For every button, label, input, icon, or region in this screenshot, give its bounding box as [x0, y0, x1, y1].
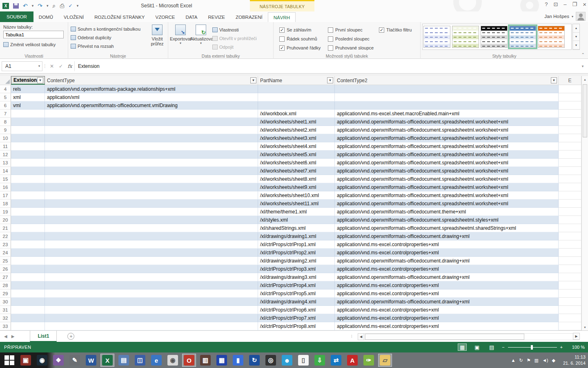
- help-button[interactable]: ?: [545, 1, 548, 7]
- row-number[interactable]: 7: [0, 110, 11, 118]
- row-number[interactable]: 17: [0, 191, 11, 200]
- horizontal-scroll-thumb[interactable]: [365, 334, 524, 340]
- checkbox-prvn-sloupec[interactable]: První sloupec: [328, 25, 379, 34]
- cell[interactable]: [258, 93, 335, 101]
- cell[interactable]: application/vnd.openxmlformats-officedoc…: [335, 126, 559, 134]
- cell[interactable]: [11, 208, 45, 216]
- select-all-corner[interactable]: [0, 76, 11, 85]
- cell[interactable]: [559, 289, 581, 298]
- cell[interactable]: [11, 265, 45, 273]
- pivot-summarize-button[interactable]: Souhrn s kontingenční tabulkou: [71, 25, 140, 33]
- cell[interactable]: [559, 101, 581, 110]
- app-2013-icon[interactable]: ◉: [35, 354, 49, 367]
- cell[interactable]: [559, 110, 581, 118]
- floppy-tool-icon[interactable]: ▦: [215, 354, 229, 367]
- cell[interactable]: [559, 322, 581, 330]
- checkbox-se-z-hlav-m[interactable]: ✓Se záhlavím: [279, 25, 327, 34]
- cell[interactable]: application/vnd.openxmlformats-officedoc…: [335, 257, 559, 265]
- cell[interactable]: xml: [11, 93, 45, 101]
- row-number[interactable]: 12: [0, 150, 11, 159]
- cell[interactable]: application/vnd.openxmlformats-officedoc…: [335, 224, 559, 232]
- cell[interactable]: application/vnd.ms-excel.controlproperti…: [335, 322, 559, 330]
- collapse-ribbon-icon[interactable]: ⌃: [581, 52, 585, 57]
- checkbox-posledn-sloupec[interactable]: Poslední sloupec: [328, 34, 379, 43]
- cell[interactable]: /xl/sharedStrings.xml: [258, 224, 335, 232]
- zoom-percentage[interactable]: 100 %: [568, 345, 585, 350]
- cell[interactable]: /xl/ctrlProps/ctrlProp7.xml: [258, 314, 335, 322]
- cell[interactable]: /xl/ctrlProps/ctrlProp3.xml: [258, 265, 335, 273]
- my-computer-icon[interactable]: ▣: [19, 354, 33, 367]
- cell[interactable]: application/vnd.ms-excel.controlproperti…: [335, 265, 559, 273]
- cell[interactable]: [45, 118, 258, 126]
- zoom-in-icon[interactable]: +: [560, 345, 563, 350]
- cell[interactable]: [45, 306, 258, 314]
- table-style-medium-orange[interactable]: [538, 26, 565, 48]
- filter-button-icon[interactable]: ▼: [37, 77, 43, 83]
- cell[interactable]: application/vnd.openxmlformats-officedoc…: [335, 200, 559, 208]
- cell[interactable]: [11, 167, 45, 175]
- filter-button-icon[interactable]: ▼: [551, 77, 557, 83]
- spelling-icon[interactable]: ✓: [69, 3, 73, 8]
- name-box[interactable]: A1 ▾: [2, 61, 42, 71]
- cell[interactable]: [11, 110, 45, 118]
- export-button[interactable]: ➘ Exportovat ▾: [170, 24, 191, 45]
- cell[interactable]: [45, 232, 258, 240]
- row-number[interactable]: 11: [0, 142, 11, 150]
- sheet-tab-list1[interactable]: List1: [30, 331, 57, 342]
- cell[interactable]: [45, 249, 258, 257]
- cell[interactable]: [45, 208, 258, 216]
- avatar[interactable]: [576, 12, 586, 21]
- row-number[interactable]: 5: [0, 93, 11, 101]
- tab-data[interactable]: DATA: [180, 12, 203, 22]
- insert-function-icon[interactable]: fx: [65, 63, 74, 69]
- cell[interactable]: [45, 175, 258, 183]
- tab-vlo-en-[interactable]: VLOŽENÍ: [58, 12, 89, 22]
- cell[interactable]: application/vnd.openxmlformats-officedoc…: [335, 175, 559, 183]
- expand-formula-bar-icon[interactable]: ▾: [579, 64, 586, 68]
- cancel-entry-icon[interactable]: ✕: [47, 63, 56, 69]
- cell[interactable]: /xl/worksheets/sheet8.xml: [258, 175, 335, 183]
- cell[interactable]: application/vnd.ms-excel.controlproperti…: [335, 289, 559, 298]
- cell[interactable]: [45, 314, 258, 322]
- table-properties-button[interactable]: Vlastnosti: [212, 25, 257, 34]
- cell[interactable]: [11, 249, 45, 257]
- cell[interactable]: [559, 93, 581, 101]
- column-header-contenttype[interactable]: ContentType ▼: [45, 76, 258, 85]
- formula-input[interactable]: Extension: [74, 61, 579, 71]
- close-button[interactable]: ×: [583, 1, 586, 8]
- column-header-partname[interactable]: PartName ▼: [258, 76, 335, 85]
- monster-icon[interactable]: ☻: [280, 354, 294, 367]
- cell[interactable]: [45, 265, 258, 273]
- row-number[interactable]: 28: [0, 281, 11, 289]
- confirm-entry-icon[interactable]: ✓: [56, 63, 65, 69]
- tray-volume-icon[interactable]: ◄): [542, 358, 548, 363]
- cell[interactable]: application/vnd.openxmlformats-officedoc…: [335, 183, 559, 191]
- cell[interactable]: application/vnd.openxmlformats-officedoc…: [335, 142, 559, 150]
- cell[interactable]: [559, 134, 581, 142]
- cell[interactable]: [11, 150, 45, 159]
- quick-print-icon[interactable]: ⎙: [60, 3, 64, 9]
- tab-vzorce[interactable]: VZORCE: [150, 12, 180, 22]
- new-sheet-button[interactable]: +: [67, 333, 74, 340]
- cell[interactable]: application/vnd.ms-excel.controlproperti…: [335, 306, 559, 314]
- cell[interactable]: [11, 126, 45, 134]
- cell[interactable]: [11, 232, 45, 240]
- cell[interactable]: /xl/drawings/drawing4.xml: [258, 298, 335, 306]
- cell[interactable]: [45, 240, 258, 249]
- cell[interactable]: /xl/drawings/drawing3.xml: [258, 273, 335, 281]
- normal-view-button[interactable]: ▦: [458, 343, 467, 351]
- customize-qat-caret-icon[interactable]: ▾: [77, 4, 79, 8]
- cell[interactable]: [45, 134, 258, 142]
- cell[interactable]: /xl/drawings/drawing1.xml: [258, 232, 335, 240]
- cell[interactable]: [45, 281, 258, 289]
- cell[interactable]: /xl/worksheets/sheet6.xml: [258, 159, 335, 167]
- winrar-icon[interactable]: ▥: [198, 354, 212, 367]
- cell[interactable]: application/vnd.openxmlformats-officedoc…: [335, 150, 559, 159]
- cell[interactable]: /xl/ctrlProps/ctrlProp5.xml: [258, 289, 335, 298]
- cell[interactable]: rels: [11, 85, 45, 93]
- horizontal-scrollbar[interactable]: ◀: [358, 333, 579, 340]
- print-preview-icon[interactable]: ⌕: [53, 3, 56, 9]
- cell[interactable]: [45, 257, 258, 265]
- page-layout-view-button[interactable]: ▣: [472, 343, 481, 351]
- row-number[interactable]: 4: [0, 85, 11, 93]
